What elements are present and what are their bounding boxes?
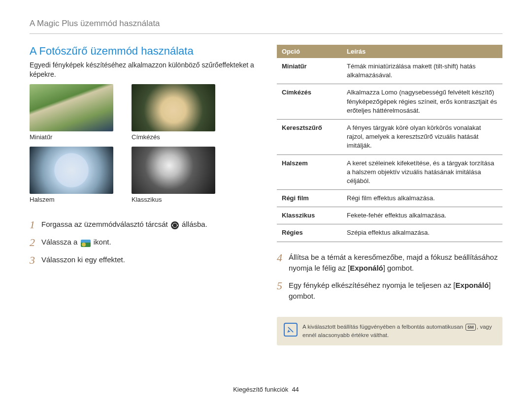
table-head-desc: Leírás bbox=[342, 45, 502, 58]
section-title: A Fotószűrő üzemmód használata bbox=[30, 45, 255, 58]
step-5: 5 Egy fénykép elkészítéséhez nyomja le t… bbox=[277, 280, 502, 302]
table-row: KeresztszűrőA fényes tárgyak köré olyan … bbox=[277, 119, 502, 154]
option-desc: Alkalmazza Lomo (nagysebességű felvételt… bbox=[342, 84, 502, 120]
option-desc: A fényes tárgyak köré olyan körkörös von… bbox=[342, 119, 502, 154]
step-number: 1 bbox=[30, 219, 41, 231]
step-number: 2 bbox=[30, 237, 41, 248]
step-number: 5 bbox=[277, 280, 289, 292]
option-desc: Régi film effektus alkalmazása. bbox=[342, 190, 502, 207]
thumb-image-halszem bbox=[30, 147, 113, 194]
thumb-label: Miniatűr bbox=[30, 133, 115, 141]
thumb-label: Klasszikus bbox=[132, 196, 217, 203]
table-head-option: Opció bbox=[277, 45, 342, 58]
step-4: 4 Állítsa be a témát a keresőmezőbe, maj… bbox=[277, 252, 502, 274]
step-2: 2 Válassza a ikont. bbox=[30, 237, 255, 248]
thumb-cimkezes: Címkézés bbox=[132, 84, 217, 141]
manual-page: A Magic Plus üzemmód használata A Fotósz… bbox=[0, 0, 532, 401]
shutter-label: Exponáló bbox=[350, 264, 383, 272]
breadcrumb: A Magic Plus üzemmód használata bbox=[30, 19, 502, 34]
step-3: 3 Válasszon ki egy effektet. bbox=[30, 254, 255, 266]
step-text: Válasszon ki egy effektet. bbox=[41, 254, 255, 266]
step-1: 1 Forgassa az üzemmódválasztó tárcsát ál… bbox=[30, 219, 255, 231]
footer-label: Kiegészítő funkciók bbox=[233, 386, 288, 393]
option-desc: Témák miniatürizálása makett (tilt-shift… bbox=[342, 58, 502, 84]
step-text: ] gombot. bbox=[383, 264, 414, 272]
thumb-label: Címkézés bbox=[132, 133, 217, 141]
option-name: Keresztszűrő bbox=[277, 119, 342, 154]
steps-left: 1 Forgassa az üzemmódválasztó tárcsát ál… bbox=[30, 219, 255, 267]
note-box: A kiválasztott beállítás függvényében a … bbox=[277, 317, 502, 346]
table-row: MiniatűrTémák miniatürizálása makett (ti… bbox=[277, 58, 502, 84]
option-name: Régi film bbox=[277, 190, 342, 207]
step-text: Egy fénykép elkészítéséhez nyomja le tel… bbox=[289, 281, 456, 289]
step-text: Válassza a bbox=[41, 238, 80, 246]
thumb-miniatur: Miniatűr bbox=[30, 84, 115, 141]
footer-page: 44 bbox=[292, 386, 299, 393]
right-column: Opció Leírás MiniatűrTémák miniatürizálá… bbox=[277, 45, 502, 345]
table-row: RégiesSzépia effektus alkalmazása. bbox=[277, 224, 502, 242]
option-name: Miniatűr bbox=[277, 58, 342, 84]
step-number: 4 bbox=[277, 252, 289, 264]
step-text: Forgassa az üzemmódválasztó tárcsát bbox=[41, 220, 170, 228]
options-table: Opció Leírás MiniatűrTémák miniatürizálá… bbox=[277, 45, 502, 242]
thumb-halszem: Halszem bbox=[30, 147, 115, 203]
table-row: Régi filmRégi film effektus alkalmazása. bbox=[277, 190, 502, 207]
table-row: HalszemA keret széleinek kifeketítése, é… bbox=[277, 154, 502, 190]
shutter-label: Exponáló bbox=[456, 281, 489, 289]
option-name: Régies bbox=[277, 224, 342, 242]
step-number: 3 bbox=[30, 254, 41, 266]
left-column: A Fotószűrő üzemmód használata Egyedi fé… bbox=[30, 45, 255, 345]
table-row: KlasszikusFekete-fehér effektus alkalmaz… bbox=[277, 207, 502, 224]
thumb-image-klasszikus bbox=[132, 147, 215, 194]
option-name: Halszem bbox=[277, 154, 342, 190]
steps-right: 4 Állítsa be a témát a keresőmezőbe, maj… bbox=[277, 252, 502, 302]
note-text: A kiválasztott beállítás függvényében a … bbox=[302, 324, 465, 330]
thumb-klasszikus: Klasszikus bbox=[132, 147, 217, 203]
option-desc: Szépia effektus alkalmazása. bbox=[342, 224, 502, 242]
thumb-label: Halszem bbox=[30, 196, 115, 203]
step-text: ikont. bbox=[92, 238, 111, 246]
note-icon bbox=[284, 323, 298, 337]
step-text: állásba. bbox=[180, 220, 207, 228]
thumb-image-cimkezes bbox=[132, 84, 215, 131]
section-intro: Egyedi fényképek készítéséhez alkalmazzo… bbox=[30, 61, 255, 79]
thumbnail-grid: Miniatűr Címkézés Halszem Klasszikus bbox=[30, 84, 217, 203]
option-name: Címkézés bbox=[277, 84, 342, 120]
photo-filter-icon bbox=[80, 240, 92, 246]
option-desc: Fekete-fehér effektus alkalmazása. bbox=[342, 207, 502, 224]
mode-dial-icon bbox=[170, 221, 180, 228]
thumb-image-miniatur bbox=[30, 84, 113, 131]
table-row: CímkézésAlkalmazza Lomo (nagysebességű f… bbox=[277, 84, 502, 120]
resolution-badge: 5M bbox=[466, 324, 476, 331]
option-name: Klasszikus bbox=[277, 207, 342, 224]
page-footer: Kiegészítő funkciók 44 bbox=[0, 386, 532, 393]
option-desc: A keret széleinek kifeketítése, és a tár… bbox=[342, 154, 502, 190]
